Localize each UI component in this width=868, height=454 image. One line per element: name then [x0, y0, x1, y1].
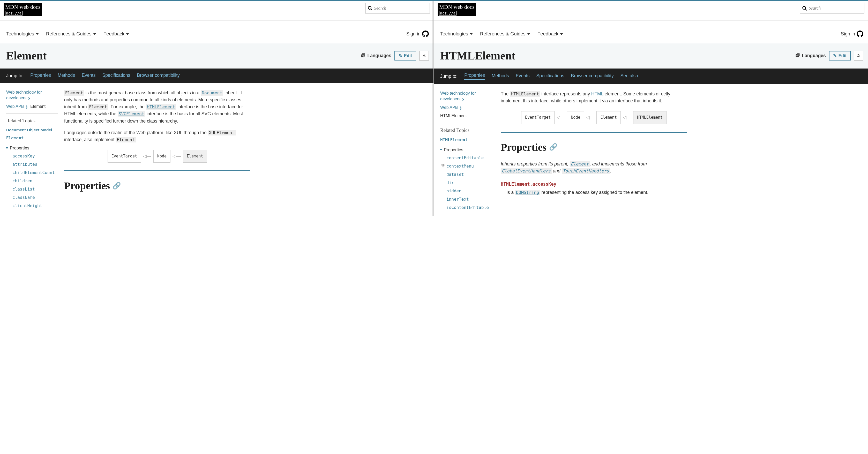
- sidebar-prop[interactable]: contentEditable: [446, 155, 495, 160]
- search-icon: [802, 5, 807, 11]
- sidebar-prop[interactable]: innerText: [446, 197, 495, 202]
- pencil-icon: ✎: [833, 53, 837, 58]
- edit-button[interactable]: ✎Edit: [395, 51, 416, 61]
- html-link[interactable]: HTML: [591, 91, 603, 96]
- intro-paragraph-2: Languages outside the realm of the Web p…: [64, 129, 250, 143]
- sidebar-prop-deprecated[interactable]: contextMenu: [446, 164, 495, 169]
- jump-events[interactable]: Events: [82, 73, 96, 79]
- jump-properties[interactable]: Properties: [30, 73, 51, 79]
- intro-paragraph: The HTMLElement interface represents any…: [501, 91, 687, 104]
- nav-references[interactable]: References & Guides: [480, 31, 530, 37]
- nav-references[interactable]: References & Guides: [46, 31, 96, 37]
- arrow-left-icon: ◁—: [173, 153, 181, 160]
- breadcrumb[interactable]: Web APIs ❯ Element: [6, 104, 58, 109]
- signin-link[interactable]: Sign in: [406, 31, 429, 37]
- sidebar-prop[interactable]: children: [12, 179, 58, 183]
- sidebar-prop[interactable]: className: [12, 195, 58, 200]
- chain-box[interactable]: Node: [153, 150, 170, 163]
- domstring-link[interactable]: DOMString: [515, 190, 540, 195]
- link-icon[interactable]: 🔗: [113, 181, 121, 191]
- edit-button[interactable]: ✎Edit: [829, 51, 851, 61]
- element-link[interactable]: Element: [570, 161, 590, 167]
- github-icon: [857, 31, 863, 37]
- svg-point-2: [803, 6, 805, 9]
- search-box[interactable]: [365, 3, 430, 13]
- sidebar-prop[interactable]: classList: [12, 187, 58, 192]
- properties-heading: Properties🔗: [64, 178, 250, 194]
- jump-methods[interactable]: Methods: [492, 73, 509, 79]
- sidebar-prop[interactable]: isContentEditable: [446, 205, 495, 210]
- chain-box[interactable]: Element: [596, 111, 620, 124]
- mdn-logo[interactable]: MDN web docs moz://a: [438, 3, 476, 16]
- settings-button[interactable]: ✲: [854, 51, 863, 61]
- link-icon[interactable]: 🔗: [549, 142, 557, 152]
- caret-icon: [527, 33, 530, 35]
- arrow-left-icon: ◁—: [586, 114, 594, 121]
- logo-sub-text: moz://a: [439, 11, 457, 15]
- search-input[interactable]: [374, 6, 428, 11]
- htmlelement-link[interactable]: HTMLElement: [146, 104, 176, 109]
- chain-box[interactable]: Node: [567, 111, 584, 124]
- teh-link[interactable]: TouchEventHandlers: [562, 168, 610, 174]
- jump-seealso[interactable]: See also: [620, 73, 638, 79]
- search-box[interactable]: [800, 3, 864, 13]
- properties-toggle[interactable]: Properties: [440, 148, 495, 152]
- jump-specifications[interactable]: Specifications: [102, 73, 130, 79]
- languages-button[interactable]: 🗊Languages: [796, 53, 826, 58]
- jump-compat[interactable]: Browser compatibility: [571, 73, 614, 79]
- svg-line-1: [371, 9, 372, 10]
- breadcrumb[interactable]: Web technology for developers ❯: [6, 90, 58, 101]
- page-title: HTMLElement: [440, 49, 516, 62]
- search-icon: [368, 5, 373, 11]
- chain-box[interactable]: EventTarget: [521, 111, 555, 124]
- page-title: Element: [6, 49, 46, 62]
- logo-sub-text: moz://a: [5, 11, 23, 15]
- sidebar-prop[interactable]: attributes: [12, 162, 58, 167]
- github-icon: [422, 31, 429, 37]
- nav-feedback[interactable]: Feedback: [537, 31, 563, 37]
- jump-properties[interactable]: Properties: [464, 73, 485, 80]
- jump-methods[interactable]: Methods: [58, 73, 75, 79]
- jump-bar: Jump to: Properties Methods Events Speci…: [0, 68, 433, 83]
- sidebar-prop[interactable]: dataset: [446, 172, 495, 177]
- topic-link[interactable]: Document Object Model: [6, 128, 58, 132]
- nav-technologies[interactable]: Technologies: [6, 31, 39, 37]
- signin-link[interactable]: Sign in: [841, 31, 863, 37]
- sidebar-prop[interactable]: childElementCount: [12, 170, 58, 175]
- mdn-logo[interactable]: MDN web docs moz://a: [4, 3, 42, 16]
- jump-events[interactable]: Events: [516, 73, 530, 79]
- breadcrumb[interactable]: Web APIs ❯: [440, 105, 495, 110]
- sidebar-prop[interactable]: dir: [446, 180, 495, 185]
- svgelement-link[interactable]: SVGElement: [118, 111, 145, 117]
- geh-link[interactable]: GlobalEventHandlers: [501, 168, 552, 174]
- doc-link[interactable]: Document: [201, 90, 223, 96]
- chain-box[interactable]: EventTarget: [107, 150, 141, 163]
- nav-feedback[interactable]: Feedback: [103, 31, 129, 37]
- sidebar-prop[interactable]: clientHeight: [12, 203, 58, 208]
- topic-link[interactable]: HTMLElement: [440, 137, 495, 142]
- inherits-note: Inherits properties from its parent, Ele…: [501, 161, 687, 174]
- inheritance-chain: EventTarget◁— Node◁— Element◁— HTMLEleme…: [501, 111, 687, 124]
- jump-compat[interactable]: Browser compatibility: [137, 73, 180, 79]
- logo-main-text: MDN web docs: [439, 4, 475, 10]
- chevron-right-icon: ❯: [25, 105, 28, 108]
- jump-label: Jump to:: [440, 74, 458, 79]
- breadcrumb[interactable]: Web technology for developers ❯: [440, 91, 495, 102]
- related-topics-heading: Related Topics: [440, 127, 495, 133]
- properties-toggle[interactable]: Properties: [6, 145, 58, 151]
- search-input[interactable]: [809, 6, 862, 11]
- jump-specifications[interactable]: Specifications: [536, 73, 564, 79]
- inheritance-chain: EventTarget◁— Node◁— Element: [64, 150, 250, 163]
- caret-icon: [93, 33, 96, 35]
- prop-term[interactable]: HTMLElement.accessKey: [501, 181, 687, 188]
- gear-icon: ✲: [857, 54, 860, 58]
- languages-button[interactable]: 🗊Languages: [361, 53, 391, 58]
- sidebar-prop[interactable]: hidden: [446, 189, 495, 193]
- caret-icon: [560, 33, 563, 35]
- caret-icon: [470, 33, 473, 35]
- chevron-right-icon: ❯: [459, 106, 462, 109]
- topic-link[interactable]: Element: [6, 135, 58, 140]
- sidebar-prop[interactable]: accessKey: [12, 154, 58, 159]
- settings-button[interactable]: ✲: [419, 51, 429, 61]
- nav-technologies[interactable]: Technologies: [440, 31, 473, 37]
